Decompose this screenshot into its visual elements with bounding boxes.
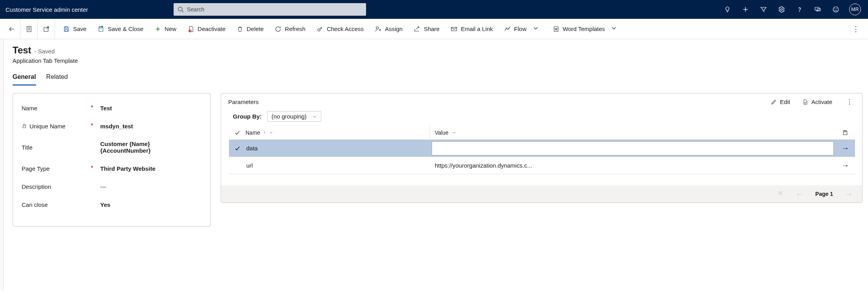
- chevron-down-icon[interactable]: [452, 130, 456, 135]
- field-title[interactable]: Customer {Name} {AccountNumber}: [93, 141, 201, 154]
- svg-point-27: [376, 27, 379, 29]
- label-name: Name: [22, 105, 37, 111]
- settings-icon[interactable]: [777, 5, 786, 14]
- field-page-type[interactable]: Third Party Website: [93, 165, 201, 172]
- field-unique-name: msdyn_test: [93, 123, 201, 130]
- chevron-down-icon[interactable]: [608, 25, 620, 33]
- select-all-checkbox[interactable]: [229, 130, 245, 136]
- svg-point-8: [833, 7, 839, 12]
- assign-button[interactable]: Assign: [370, 23, 407, 35]
- subgrid-overflow-menu[interactable]: ⋮: [844, 98, 855, 106]
- svg-point-0: [178, 7, 182, 11]
- prev-page-button[interactable]: ←: [796, 190, 804, 199]
- email-link-button[interactable]: Email a Link: [446, 23, 498, 35]
- svg-point-5: [799, 11, 800, 11]
- global-search[interactable]: Search: [174, 3, 366, 16]
- save-and-close-button[interactable]: Save & Close: [93, 23, 148, 35]
- field-description[interactable]: ---: [93, 183, 201, 190]
- svg-rect-31: [844, 130, 846, 131]
- svg-point-26: [318, 29, 320, 31]
- help-icon[interactable]: [795, 5, 804, 14]
- check-access-button[interactable]: Check Access: [312, 23, 368, 35]
- header-icon-tray: MR: [723, 4, 863, 15]
- svg-rect-18: [65, 27, 67, 28]
- inline-save-icon[interactable]: [835, 130, 855, 136]
- next-page-button[interactable]: →: [845, 190, 853, 199]
- record-name: Test: [13, 45, 31, 56]
- key-icon: [317, 26, 324, 33]
- user-avatar[interactable]: MR: [849, 4, 861, 15]
- back-button[interactable]: [3, 19, 20, 39]
- cell-value-editor[interactable]: [432, 141, 834, 155]
- cell-value[interactable]: https://yourorganization.dynamics.c...: [430, 162, 835, 169]
- edit-button[interactable]: Edit: [771, 99, 790, 105]
- flow-button[interactable]: Flow: [499, 22, 546, 35]
- open-in-new-window-icon[interactable]: [38, 19, 55, 39]
- save-button[interactable]: Save: [58, 23, 91, 35]
- assign-icon: [375, 26, 382, 33]
- cell-name[interactable]: data: [245, 140, 430, 157]
- chat-icon[interactable]: [813, 5, 822, 14]
- entity-name: Application Tab Template: [13, 57, 863, 64]
- row-check-icon[interactable]: [229, 145, 245, 152]
- field-name[interactable]: Test: [93, 105, 201, 111]
- search-placeholder: Search: [187, 6, 204, 13]
- share-button[interactable]: Share: [409, 23, 444, 35]
- delete-button[interactable]: Delete: [232, 23, 268, 35]
- collapsed-sitemap-rail[interactable]: [0, 39, 4, 290]
- svg-line-1: [182, 11, 183, 12]
- flow-icon: [504, 26, 511, 33]
- open-record-arrow[interactable]: →: [835, 161, 855, 170]
- group-by-value: (no grouping): [271, 113, 306, 120]
- pencil-icon: [771, 99, 777, 105]
- first-page-button[interactable]: [778, 190, 784, 198]
- tab-related[interactable]: Related: [46, 71, 68, 86]
- word-templates-button[interactable]: Word Templates: [548, 22, 625, 35]
- label-title: Title: [22, 144, 33, 151]
- overflow-menu-button[interactable]: ⋮: [847, 25, 865, 33]
- grid-header-row: Name ↑ Value: [229, 126, 855, 140]
- field-can-close[interactable]: Yes: [93, 201, 201, 208]
- column-header-name[interactable]: Name ↑: [245, 126, 430, 139]
- share-icon: [414, 26, 421, 33]
- column-header-value[interactable]: Value: [430, 130, 835, 136]
- app-title: Customer Service admin center: [5, 6, 174, 13]
- command-bar: Save Save & Close New Deactivate Delete …: [0, 19, 868, 39]
- word-templates-icon: [553, 26, 560, 33]
- label-page-type: Page Type: [22, 165, 49, 172]
- open-record-arrow[interactable]: →: [835, 144, 855, 153]
- save-icon: [63, 26, 70, 33]
- chevron-down-icon[interactable]: [530, 25, 542, 33]
- chevron-down-icon[interactable]: [269, 130, 273, 135]
- refresh-button[interactable]: Refresh: [270, 23, 310, 35]
- svg-point-4: [781, 9, 783, 11]
- form-selector-icon[interactable]: [20, 19, 38, 39]
- deactivate-icon: [187, 26, 194, 33]
- activate-button[interactable]: Activate: [802, 99, 832, 105]
- trash-icon: [236, 26, 244, 33]
- record-header: Test - Saved: [13, 45, 863, 56]
- new-button[interactable]: New: [150, 23, 181, 35]
- cell-name[interactable]: url: [245, 157, 430, 174]
- email-icon: [450, 26, 458, 33]
- svg-rect-29: [554, 27, 558, 31]
- grid-row[interactable]: data →: [229, 140, 855, 157]
- search-icon: [178, 6, 184, 13]
- deactivate-button[interactable]: Deactivate: [183, 23, 230, 35]
- page-indicator: Page 1: [815, 191, 833, 197]
- lightbulb-icon[interactable]: [723, 5, 732, 14]
- plus-icon: [154, 26, 161, 33]
- svg-rect-20: [100, 27, 102, 28]
- tab-general[interactable]: General: [13, 71, 36, 86]
- filter-icon[interactable]: [759, 5, 768, 14]
- lock-icon: [22, 123, 27, 129]
- label-description: Description: [22, 183, 51, 190]
- group-by-select[interactable]: (no grouping): [267, 111, 321, 122]
- svg-rect-19: [65, 29, 68, 31]
- add-icon[interactable]: [741, 5, 750, 14]
- feedback-smiley-icon[interactable]: [831, 5, 841, 14]
- grid-row[interactable]: url https://yourorganization.dynamics.c.…: [229, 157, 855, 174]
- form-tabs: General Related: [13, 71, 863, 86]
- grid-footer: ← Page 1 →: [221, 185, 862, 203]
- chevron-down-icon: [312, 114, 317, 119]
